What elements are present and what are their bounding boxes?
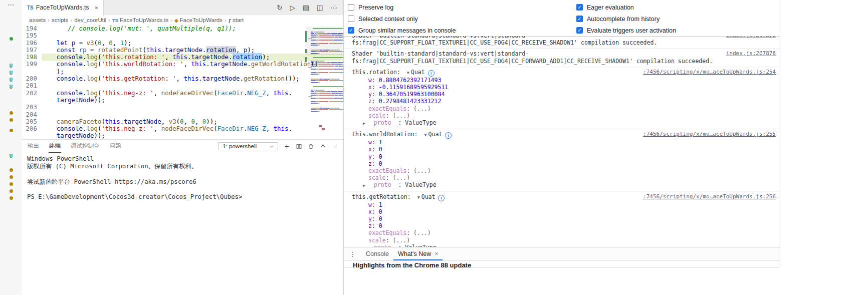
- code-text: // console.log('mut: ', quatMultiple(q, …: [42, 25, 343, 32]
- split-terminal-icon[interactable]: [296, 143, 302, 150]
- source-link[interactable]: index.js:207878: [726, 50, 776, 57]
- drawer-tab-console[interactable]: Console: [361, 247, 393, 260]
- property-key: x: [368, 208, 372, 215]
- minimap-line: [318, 45, 320, 46]
- checkbox[interactable]: [348, 16, 354, 22]
- breadcrumb-item-dev-coorutil[interactable]: dev_coorUtil: [74, 17, 106, 23]
- breadcrumb-item-facetoupwards-ts[interactable]: TSFaceToUpWards.ts: [112, 17, 169, 23]
- checkbox[interactable]: ✓: [576, 16, 583, 22]
- property-colon: :: [372, 153, 379, 160]
- expand-triangle-icon[interactable]: ▼: [407, 70, 409, 75]
- new-terminal-icon[interactable]: [284, 143, 290, 150]
- line-number: 194: [22, 25, 42, 32]
- breadcrumb: assets›scripts›dev_coorUtil›TSFaceToUpWa…: [22, 15, 343, 25]
- property-value[interactable]: (...): [413, 105, 431, 112]
- collapse-triangle-icon[interactable]: ▶: [363, 183, 365, 188]
- code-line: targetNode));: [22, 132, 343, 139]
- minimap-error-mark: [319, 125, 322, 127]
- terminal-output[interactable]: Windows PowerShell版权所有 (C) Microsoft Cor…: [22, 153, 343, 201]
- close-tab-icon[interactable]: ×: [95, 4, 99, 12]
- code-token: console: [57, 53, 83, 61]
- maximize-panel-icon[interactable]: [320, 143, 326, 150]
- kill-terminal-icon[interactable]: [308, 143, 314, 150]
- expand-triangle-icon[interactable]: ▼: [417, 195, 420, 200]
- breadcrumb-separator: ›: [225, 17, 227, 23]
- minimap-line: [319, 43, 329, 44]
- expand-triangle-icon[interactable]: ▼: [424, 132, 426, 137]
- minimap-line: [340, 101, 343, 102]
- minimap-line: [340, 72, 343, 73]
- console-setting-eager-evaluation[interactable]: ✓Eager evaluation: [576, 2, 676, 13]
- code-token: );: [262, 53, 270, 61]
- checkbox[interactable]: ✓: [576, 27, 583, 34]
- breadcrumb-item-facetoupwards[interactable]: ◆FaceToUpWards: [174, 17, 223, 23]
- message-label: this.rotation:: [352, 69, 404, 76]
- minimap-line: [319, 51, 329, 52]
- source-link[interactable]: :7456/scripting/x/mo…aceToUpWards.js:255: [643, 131, 776, 138]
- checkbox-label: Eager evaluation: [587, 4, 634, 11]
- minimap-line: [338, 91, 343, 92]
- console-message: index.js:207878Shader 'builtin-standard|…: [344, 49, 780, 67]
- minimap-line: [318, 62, 326, 63]
- line-number: 206: [22, 125, 42, 132]
- more-actions-icon[interactable]: ⋯: [0, 1, 22, 9]
- source-link[interactable]: :7456/scripting/x/mo…aceToUpWards.js:256: [643, 193, 776, 200]
- git-untracked-badge: U: [0, 84, 22, 90]
- code-token: NEG_Z: [247, 89, 266, 97]
- property-value[interactable]: (...): [392, 237, 410, 244]
- property-value[interactable]: (...): [392, 112, 410, 119]
- code-token: .: [240, 75, 243, 82]
- panel-tab-问题[interactable]: 问题: [109, 140, 122, 153]
- source-link[interactable]: index.js:207878: [726, 36, 776, 39]
- checkbox[interactable]: ✓: [348, 27, 354, 34]
- property-value: 0: [379, 208, 382, 215]
- code-line: 205 cameraFaceto(this.targetNode, v3(0, …: [22, 118, 343, 125]
- minimap-line: [338, 62, 343, 63]
- checkbox[interactable]: [348, 4, 354, 11]
- bottom-panel: 输出终端调试控制台问题 1: powershell Windows Powe: [22, 139, 343, 295]
- close-panel-icon[interactable]: [332, 143, 338, 150]
- tab-facetoupwards[interactable]: TS FaceToUpWards.ts ×: [22, 0, 104, 15]
- collapse-triangle-icon[interactable]: ▶: [363, 121, 365, 126]
- panel-tab-调试控制台[interactable]: 调试控制台: [70, 140, 100, 153]
- panel-tab-终端[interactable]: 终端: [49, 140, 61, 153]
- console-setting-selected-context-only[interactable]: Selected context only: [348, 13, 456, 25]
- property-value[interactable]: (...): [392, 174, 410, 181]
- console-setting-autocomplete-from-history[interactable]: ✓Autocomplete from history: [576, 13, 676, 25]
- source-link[interactable]: :7456/scripting/x/mo…aceToUpWards.js:254: [643, 69, 776, 76]
- breadcrumb-item-assets[interactable]: assets: [29, 17, 46, 23]
- minimap-line: [311, 82, 318, 83]
- property-key: exactEquals: [368, 105, 406, 112]
- run-icon[interactable]: ▷: [290, 4, 295, 12]
- close-tab-icon[interactable]: ×: [435, 250, 438, 257]
- minimap-line: [343, 35, 343, 36]
- line-number: 202: [22, 90, 42, 97]
- drawer-menu-icon[interactable]: ⋮: [344, 250, 361, 258]
- open-preview-icon[interactable]: ▤: [303, 4, 309, 12]
- panel-tab-输出[interactable]: 输出: [27, 140, 40, 153]
- code-token: ,: [184, 60, 191, 68]
- drawer-tab-what-s-new[interactable]: What's New×: [393, 247, 443, 260]
- code-token: .: [83, 125, 86, 132]
- property-value[interactable]: (...): [413, 229, 431, 236]
- breadcrumb-item-scripts[interactable]: scripts: [52, 17, 68, 23]
- sync-icon[interactable]: ↻: [277, 4, 282, 12]
- breadcrumb-item-start[interactable]: ƒstart: [229, 17, 244, 23]
- split-editor-icon[interactable]: ◫: [317, 4, 323, 12]
- console-setting-group-similar-messages-in-console[interactable]: ✓Group similar messages in console: [348, 25, 456, 36]
- more-actions-icon[interactable]: ⋯: [331, 4, 338, 12]
- line-number: 197: [22, 47, 42, 54]
- minimap[interactable]: [305, 25, 342, 139]
- property-value[interactable]: (...): [413, 167, 431, 174]
- console-setting-evaluate-triggers-user-activation[interactable]: ✓Evaluate triggers user activation: [576, 25, 676, 36]
- minimap-line: [338, 33, 343, 34]
- minimap-line: [319, 109, 329, 110]
- console-setting-preserve-log[interactable]: Preserve log: [348, 2, 456, 13]
- code-token: [42, 75, 57, 82]
- code-token: NEG_Z: [247, 125, 266, 132]
- terminal-select[interactable]: 1: powershell: [219, 142, 278, 150]
- file-status-dot: [0, 188, 22, 194]
- code-editor[interactable]: 194 // console.log('mut: ', quatMultiple…: [22, 25, 343, 139]
- checkbox[interactable]: ✓: [576, 4, 583, 11]
- minimap-line: [319, 80, 329, 81]
